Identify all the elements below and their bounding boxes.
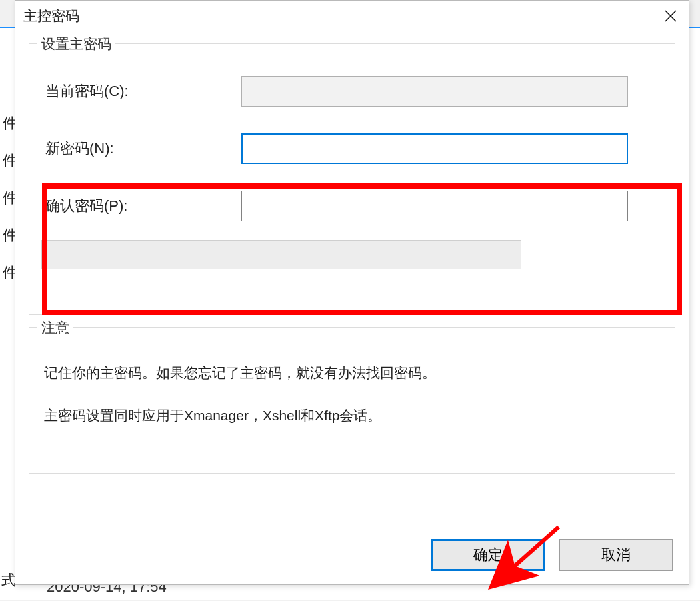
notice-group: 注意 记住你的主密码。如果您忘记了主密码，就没有办法找回密码。 主密码设置同时应… <box>29 327 675 474</box>
dialog-title: 主控密码 <box>23 7 79 25</box>
current-pw-row: 当前密码(C): <box>41 76 663 107</box>
new-pw-row: 新密码(N): <box>41 133 663 164</box>
group-legend-notice: 注意 <box>37 318 73 337</box>
new-pw-label: 新密码(N): <box>41 139 241 159</box>
group-legend-set: 设置主密码 <box>37 35 115 53</box>
cancel-button[interactable]: 取消 <box>559 539 673 571</box>
dialog-button-row: 确定 取消 <box>431 539 673 571</box>
current-pw-input <box>241 76 628 107</box>
notice-line-2: 主密码设置同时应用于Xmanager，Xshell和Xftp会话。 <box>44 405 663 426</box>
notice-line-1: 记住你的主密码。如果您忘记了主密码，就没有办法找回密码。 <box>44 362 663 384</box>
set-master-password-group: 设置主密码 当前密码(C): 新密码(N): 确认密码(P): <box>29 43 675 315</box>
dialog-content: 设置主密码 当前密码(C): 新密码(N): 确认密码(P): <box>15 31 689 584</box>
new-pw-input[interactable] <box>241 133 628 164</box>
close-icon <box>664 9 677 23</box>
close-button[interactable] <box>655 3 686 29</box>
current-pw-label: 当前密码(C): <box>41 81 241 101</box>
confirm-pw-row: 确认密码(P): <box>41 191 663 221</box>
confirm-pw-label: 确认密码(P): <box>41 196 241 216</box>
titlebar: 主控密码 <box>15 1 689 31</box>
master-password-dialog: 主控密码 设置主密码 当前密码(C): 新密码(N): <box>15 0 689 585</box>
bg-mode-text: 式 <box>1 570 16 590</box>
password-strength-bar <box>41 240 521 269</box>
confirm-pw-input[interactable] <box>241 191 628 221</box>
ok-button[interactable]: 确定 <box>431 539 545 571</box>
